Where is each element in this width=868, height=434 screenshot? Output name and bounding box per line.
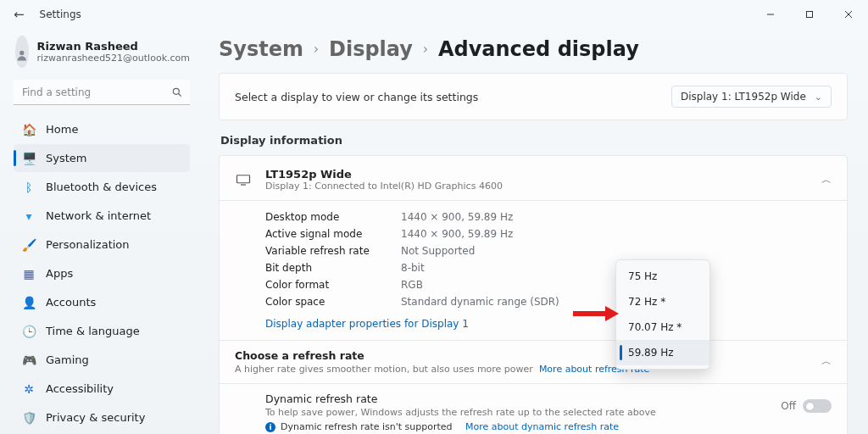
kv-key: Color space: [265, 296, 401, 308]
nav-accounts[interactable]: 👤Accounts: [14, 288, 190, 316]
refresh-option-70[interactable]: 70.07 Hz *: [616, 314, 709, 340]
nav-system[interactable]: 🖥️System: [14, 144, 190, 172]
crumb-advanced: Advanced display: [438, 37, 639, 61]
avatar: [15, 36, 29, 68]
svg-rect-7: [237, 175, 250, 183]
back-button[interactable]: ←: [14, 7, 25, 22]
kv-val: 1440 × 900, 59.89 Hz: [401, 228, 832, 240]
refresh-title: Choose a refresh rate: [235, 349, 832, 362]
dynamic-toggle[interactable]: [803, 399, 832, 413]
refresh-sub: A higher rate gives smoother motion, but…: [235, 364, 832, 375]
svg-rect-1: [807, 12, 813, 18]
monitor-icon: [235, 174, 252, 186]
search-icon: [171, 86, 183, 102]
system-icon: 🖥️: [22, 152, 36, 165]
nav-privacy[interactable]: 🛡️Privacy & security: [14, 403, 190, 431]
nav-label: System: [46, 152, 86, 164]
apps-icon: ▦: [22, 267, 36, 281]
clock-icon: 🕒: [22, 325, 36, 338]
nav-label: Gaming: [46, 353, 89, 366]
section-display-info: Display information: [220, 134, 846, 147]
select-display-card: Select a display to view or change its s…: [219, 73, 848, 120]
nav-label: Bluetooth & devices: [46, 181, 157, 193]
shield-icon: 🛡️: [22, 411, 36, 425]
kv-val: 1440 × 900, 59.89 Hz: [401, 211, 832, 223]
user-email: rizwanrasheed521@outlook.com: [37, 53, 190, 64]
chevron-up-icon[interactable]: ︿: [821, 354, 832, 369]
close-button[interactable]: [829, 1, 868, 28]
info-icon: i: [265, 422, 275, 432]
nav-label: Home: [46, 123, 78, 136]
dynamic-refresh-row: Dynamic refresh rate To help save power,…: [220, 384, 847, 434]
user-name: Rizwan Rasheed: [37, 40, 190, 53]
gaming-icon: 🎮: [22, 353, 36, 367]
nav-label: Privacy & security: [46, 411, 145, 424]
nav-apps[interactable]: ▦Apps: [14, 259, 190, 287]
brush-icon: 🖌️: [22, 238, 36, 252]
nav-label: Apps: [46, 267, 73, 280]
svg-point-5: [173, 88, 179, 94]
refresh-rate-row[interactable]: Choose a refresh rate A higher rate give…: [220, 341, 847, 383]
crumb-display[interactable]: Display: [329, 37, 413, 61]
dynamic-unsupported: Dynamic refresh rate isn't supported: [281, 421, 453, 432]
chevron-down-icon: ⌄: [815, 92, 822, 103]
dynamic-more-link[interactable]: More about dynamic refresh rate: [465, 421, 619, 432]
accounts-icon: 👤: [22, 296, 36, 309]
display-selector[interactable]: Display 1: LT1952p Wide ⌄: [671, 86, 832, 108]
bluetooth-icon: ᛒ: [22, 181, 36, 194]
nav-home[interactable]: 🏠Home: [14, 115, 190, 143]
chevron-up-icon[interactable]: ︿: [821, 173, 832, 187]
refresh-option-59[interactable]: 59.89 Hz: [616, 340, 709, 365]
display-info-card: LT1952p Wide Display 1: Connected to Int…: [219, 155, 848, 434]
kv-key: Bit depth: [265, 262, 401, 274]
nav-time[interactable]: 🕒Time & language: [14, 317, 190, 345]
kv-key: Variable refresh rate: [265, 245, 401, 257]
search-box[interactable]: [14, 80, 190, 105]
refresh-rate-menu[interactable]: 75 Hz 72 Hz * 70.07 Hz * 59.89 Hz: [615, 259, 710, 370]
nav-network[interactable]: ▾Network & internet: [14, 202, 190, 230]
maximize-button[interactable]: [790, 1, 829, 28]
nav-label: Personalization: [46, 238, 130, 251]
nav-bluetooth[interactable]: ᛒBluetooth & devices: [14, 173, 190, 201]
adapter-properties-link[interactable]: Display adapter properties for Display 1: [220, 316, 469, 340]
app-title: Settings: [40, 8, 81, 20]
kv-key: Active signal mode: [265, 228, 401, 240]
crumb-system[interactable]: System: [219, 37, 303, 61]
accessibility-icon: ✲: [22, 382, 36, 396]
nav-gaming[interactable]: 🎮Gaming: [14, 346, 190, 374]
nav-accessibility[interactable]: ✲Accessibility: [14, 375, 190, 403]
network-icon: ▾: [22, 209, 36, 223]
svg-point-4: [19, 51, 24, 55]
chevron-right-icon: ›: [423, 42, 428, 57]
refresh-option-72[interactable]: 72 Hz *: [616, 289, 709, 314]
device-name: LT1952p Wide: [265, 168, 503, 181]
refresh-option-75[interactable]: 75 Hz: [616, 264, 709, 289]
display-selector-value: Display 1: LT1952p Wide: [681, 91, 806, 103]
nav-label: Time & language: [46, 325, 140, 337]
svg-line-6: [179, 94, 181, 97]
dynamic-title: Dynamic refresh rate: [265, 392, 832, 405]
minimize-button[interactable]: [751, 1, 790, 28]
kv-val: Not Supported: [401, 245, 832, 257]
select-display-label: Select a display to view or change its s…: [235, 91, 478, 103]
nav-label: Accounts: [46, 296, 96, 309]
device-header[interactable]: LT1952p Wide Display 1: Connected to Int…: [220, 156, 847, 200]
nav-label: Accessibility: [46, 382, 114, 395]
kv-key: Color format: [265, 279, 401, 291]
search-input[interactable]: [14, 80, 190, 105]
nav-personalization[interactable]: 🖌️Personalization: [14, 231, 190, 259]
dynamic-sub: To help save power, Windows adjusts the …: [265, 407, 832, 418]
nav-label: Network & internet: [46, 209, 151, 222]
device-sub: Display 1: Connected to Intel(R) HD Grap…: [265, 181, 503, 192]
home-icon: 🏠: [22, 123, 36, 136]
user-block[interactable]: Rizwan Rasheed rizwanrasheed521@outlook.…: [15, 36, 190, 68]
breadcrumb: System › Display › Advanced display: [219, 37, 848, 61]
chevron-right-icon: ›: [314, 42, 319, 57]
kv-key: Desktop mode: [265, 211, 401, 223]
toggle-label: Off: [781, 400, 796, 412]
